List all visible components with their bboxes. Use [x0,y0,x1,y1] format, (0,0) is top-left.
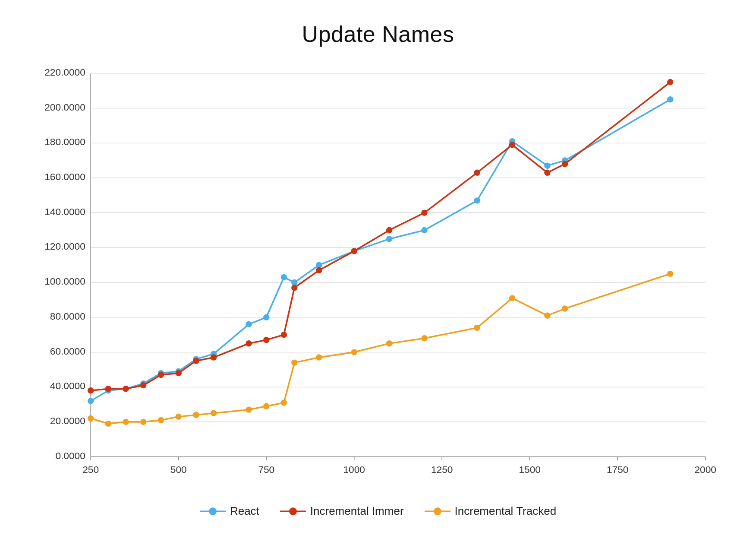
svg-text:60.0000: 60.0000 [50,346,85,357]
svg-point-92 [246,406,252,412]
svg-point-108 [289,507,297,515]
svg-point-101 [509,295,515,301]
svg-text:2000: 2000 [694,464,716,475]
svg-text:750: 750 [258,464,274,475]
svg-point-80 [509,142,515,148]
legend-item: Incremental Tracked [425,504,557,518]
svg-text:40.0000: 40.0000 [50,380,85,391]
svg-point-85 [105,421,111,427]
svg-point-60 [544,162,550,168]
svg-point-81 [544,170,550,176]
svg-text:220.0000: 220.0000 [44,67,85,78]
svg-point-56 [386,236,392,242]
svg-point-104 [667,271,673,277]
svg-point-99 [421,335,427,341]
svg-point-96 [316,354,322,360]
svg-point-83 [667,79,673,85]
svg-point-65 [123,386,129,392]
svg-point-84 [88,415,94,422]
chart-svg: 0.000020.000040.000060.000080.0000100.00… [33,56,723,497]
legend-line-icon [425,506,450,517]
legend-item: Incremental Immer [280,504,404,518]
svg-point-89 [175,414,181,420]
svg-text:120.0000: 120.0000 [44,241,85,252]
legend-line-icon [280,506,306,517]
svg-point-73 [281,332,287,338]
svg-point-110 [434,507,441,515]
svg-point-94 [281,399,287,406]
svg-text:140.0000: 140.0000 [44,206,85,217]
svg-text:180.0000: 180.0000 [44,136,85,147]
legend-label: Incremental Tracked [455,504,557,518]
svg-point-58 [474,197,480,203]
svg-text:1000: 1000 [343,464,365,475]
chart-title: Update Names [302,21,454,47]
svg-point-50 [246,321,252,327]
svg-point-79 [474,170,480,176]
svg-point-62 [667,96,673,102]
svg-point-42 [88,398,94,404]
svg-text:0.0000: 0.0000 [55,450,85,461]
svg-point-77 [386,227,392,233]
svg-text:1750: 1750 [607,464,628,475]
svg-point-66 [140,382,146,388]
svg-point-74 [291,285,297,291]
svg-point-88 [158,417,164,423]
svg-point-71 [246,340,252,346]
svg-point-103 [562,305,568,311]
legend-label: React [230,504,259,518]
svg-text:1500: 1500 [519,464,540,475]
svg-point-97 [351,349,357,355]
svg-text:250: 250 [82,464,99,475]
legend-item: React [200,504,259,518]
svg-point-100 [474,325,480,331]
svg-point-67 [158,372,164,378]
svg-text:200.0000: 200.0000 [44,101,85,113]
svg-point-63 [88,387,94,393]
svg-text:500: 500 [170,464,187,475]
chart-area: 0.000020.000040.000060.000080.0000100.00… [33,56,723,497]
svg-point-52 [281,274,287,280]
svg-point-75 [316,267,322,273]
svg-point-72 [263,337,269,343]
legend-label: Incremental Immer [310,504,404,518]
svg-point-64 [105,386,111,392]
svg-text:100.0000: 100.0000 [44,276,85,287]
svg-point-69 [193,358,199,364]
svg-point-95 [291,359,297,365]
chart-container: Update Names 0.000020.000040.000060.0000… [33,21,723,518]
svg-point-93 [263,403,269,409]
svg-point-57 [421,227,427,233]
svg-text:160.0000: 160.0000 [44,171,85,182]
svg-point-70 [211,354,217,360]
svg-point-51 [263,314,269,320]
svg-point-91 [211,410,217,416]
legend-line-icon [200,506,226,517]
svg-text:80.0000: 80.0000 [50,311,85,322]
svg-point-86 [123,419,129,425]
svg-point-76 [351,248,357,254]
svg-point-106 [209,507,217,515]
svg-point-68 [175,370,181,376]
svg-point-98 [386,340,392,346]
svg-point-102 [544,312,550,318]
svg-point-87 [140,419,146,425]
svg-point-82 [562,161,568,167]
svg-text:20.0000: 20.0000 [50,415,85,426]
svg-point-90 [193,412,199,418]
legend: React Incremental Immer Incremental Trac… [200,504,556,518]
svg-point-78 [421,209,427,216]
svg-text:1250: 1250 [431,464,453,475]
